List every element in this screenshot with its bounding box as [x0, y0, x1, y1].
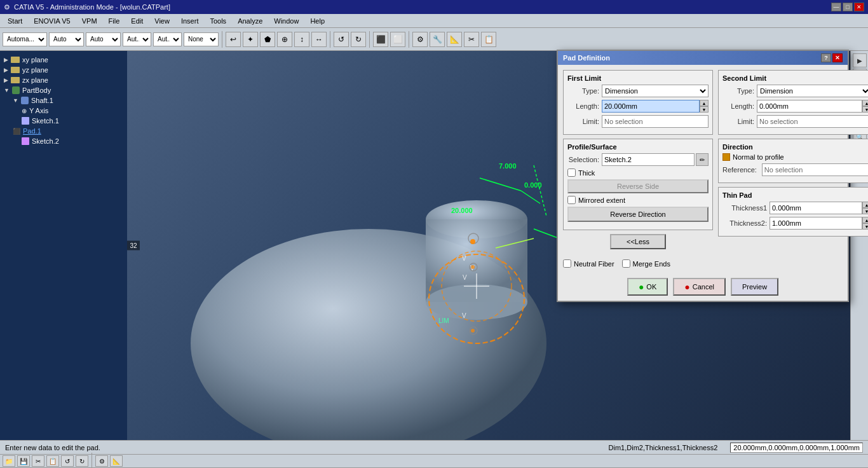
second-limit-limit-row: Limit:: [722, 115, 868, 128]
bottom-btn-8[interactable]: 📐: [110, 455, 123, 467]
tree-item-sketch1[interactable]: Sketch.1: [22, 116, 123, 126]
thickness2-input[interactable]: [770, 217, 862, 230]
right-tool-1[interactable]: ▶: [853, 53, 867, 67]
first-limit-length-down[interactable]: ▼: [700, 106, 709, 113]
thickness2-up[interactable]: ▲: [862, 217, 868, 223]
ok-green-dot: ●: [639, 282, 644, 292]
toolbar-dropdown-6[interactable]: None: [184, 32, 219, 46]
tree-item-label: Shaft.1: [31, 97, 53, 104]
toolbar-btn-8[interactable]: ↻: [351, 32, 366, 47]
toolbar-dropdown-3[interactable]: Auto: [86, 32, 121, 46]
second-limit-limit-input[interactable]: [757, 115, 868, 128]
tree-item-partbody[interactable]: ▼ PartBody: [4, 85, 123, 95]
second-limit-type-select[interactable]: Dimension: [757, 85, 868, 97]
toolbar-separator-2: [330, 31, 330, 48]
profile-edit-btn[interactable]: ✏: [696, 153, 709, 166]
menu-help[interactable]: Help: [305, 16, 330, 26]
bottom-btn-7[interactable]: ⚙: [95, 455, 108, 467]
menu-edit[interactable]: Edit: [126, 16, 148, 26]
first-limit-type-select[interactable]: Dimension: [602, 85, 709, 97]
toolbar-btn-10[interactable]: ⬜: [390, 32, 405, 47]
thick-checkbox[interactable]: [567, 169, 576, 177]
thickness1-spinners: ▲ ▼: [862, 202, 868, 214]
toolbar-btn-4[interactable]: ⊕: [277, 32, 292, 47]
cancel-button[interactable]: ● Cancel: [673, 278, 726, 296]
toolbar-dropdown-2[interactable]: Auto: [49, 32, 84, 46]
toolbar-btn-14[interactable]: ✂: [464, 32, 479, 47]
toolbar-btn-6[interactable]: ↔: [311, 32, 327, 47]
bottom-btn-4[interactable]: 📋: [46, 455, 59, 467]
menu-analyze[interactable]: Analyze: [233, 16, 268, 26]
merge-ends-checkbox[interactable]: [622, 259, 630, 268]
thickness1-input[interactable]: [770, 202, 862, 214]
toolbar-btn-5[interactable]: ↕: [294, 32, 309, 47]
menu-enovia[interactable]: ENOVIA V5: [29, 16, 75, 26]
bottom-btn-1[interactable]: 📁: [3, 455, 15, 467]
profile-selection-input[interactable]: [602, 153, 695, 166]
mirrored-extent-checkbox[interactable]: [567, 196, 576, 204]
toolbar-btn-3[interactable]: ⬟: [260, 32, 275, 47]
toolbar-btn-11[interactable]: ⚙: [412, 32, 428, 47]
menu-window[interactable]: Window: [269, 16, 304, 26]
second-limit-length-down[interactable]: ▼: [862, 106, 868, 113]
dialog-close-btn[interactable]: ✕: [832, 53, 843, 62]
toolbar-dropdown-4[interactable]: Aut...: [123, 32, 151, 46]
second-limit-length-up[interactable]: ▲: [862, 100, 868, 106]
menu-start[interactable]: Start: [3, 16, 27, 26]
menu-view[interactable]: View: [149, 16, 175, 26]
first-limit-length-up[interactable]: ▲: [700, 100, 709, 106]
toolbar-dropdown-5[interactable]: Aut...: [153, 32, 182, 46]
tree-item-pad1[interactable]: ⬛ Pad.1: [13, 126, 123, 136]
reverse-direction-button[interactable]: Reverse Direction: [567, 207, 709, 222]
close-btn[interactable]: ✕: [854, 3, 864, 11]
toolbar-btn-13[interactable]: 📐: [447, 32, 462, 47]
second-limit-type-control: Dimension: [757, 85, 868, 97]
toolbar-btn-12[interactable]: 🔧: [430, 32, 445, 47]
less-button[interactable]: <<Less: [610, 234, 666, 249]
second-limit-length-input[interactable]: [757, 100, 862, 113]
ok-button[interactable]: ● OK: [627, 278, 668, 296]
tree-item-label: Sketch.2: [32, 137, 59, 145]
neutral-fiber-checkbox[interactable]: [563, 259, 571, 268]
thick-label: Thick: [578, 169, 595, 177]
toolbar-btn-2[interactable]: ✦: [243, 32, 258, 47]
tree-item-xy-plane[interactable]: ▶ xy plane: [4, 55, 123, 65]
footer-checkboxes: Neutral Fiber Merge Ends: [563, 259, 843, 270]
toolbar-btn-9[interactable]: ⬛: [373, 32, 388, 47]
toolbar-dropdown-1[interactable]: Automa...: [3, 32, 47, 46]
sketch2-icon: [22, 137, 29, 145]
preview-button[interactable]: Preview: [731, 278, 778, 296]
bottom-btn-3[interactable]: ✂: [32, 455, 44, 467]
first-limit-limit-input[interactable]: [602, 115, 709, 128]
toolbar-btn-15[interactable]: 📋: [481, 32, 496, 47]
direction-reference-input[interactable]: [762, 163, 868, 176]
direction-reference-label: Reference:: [722, 166, 757, 174]
tree-item-yz-plane[interactable]: ▶ yz plane: [4, 65, 123, 75]
dialog-help-btn[interactable]: ?: [821, 53, 831, 62]
bottom-btn-5[interactable]: ↺: [61, 455, 74, 467]
dialog-title-buttons[interactable]: ? ✕: [821, 53, 843, 62]
bottom-btn-6[interactable]: ↻: [76, 455, 88, 467]
tree-item-shaft1[interactable]: ▼ Shaft.1: [13, 95, 123, 106]
tree-item-y-axis[interactable]: ⊕ Y Axis: [22, 106, 123, 116]
toolbar-btn-1[interactable]: ↩: [226, 32, 241, 47]
reverse-side-button[interactable]: Reverse Side: [567, 179, 709, 193]
menu-file[interactable]: File: [104, 16, 125, 26]
menu-vpm[interactable]: VPM: [77, 16, 102, 26]
toolbar-btn-7[interactable]: ↺: [334, 32, 349, 47]
first-limit-length-input[interactable]: [602, 100, 700, 113]
second-limit-length-row: Length: ▲ ▼: [722, 100, 868, 113]
tree-item-sketch2[interactable]: Sketch.2: [22, 136, 123, 146]
mirrored-extent-label: Mirrored extent: [578, 196, 625, 204]
bottom-btn-2[interactable]: 💾: [17, 455, 30, 467]
title-controls[interactable]: — □ ✕: [831, 3, 864, 11]
tree-item-zx-plane[interactable]: ▶ zx plane: [4, 75, 123, 85]
toolbar-separator-1: [222, 31, 222, 48]
thickness1-down[interactable]: ▼: [862, 208, 868, 214]
minimize-btn[interactable]: —: [831, 3, 841, 11]
menu-tools[interactable]: Tools: [205, 16, 231, 26]
menu-insert[interactable]: Insert: [176, 16, 204, 26]
thickness2-down[interactable]: ▼: [862, 223, 868, 230]
maximize-btn[interactable]: □: [843, 3, 853, 11]
thickness1-up[interactable]: ▲: [862, 202, 868, 208]
